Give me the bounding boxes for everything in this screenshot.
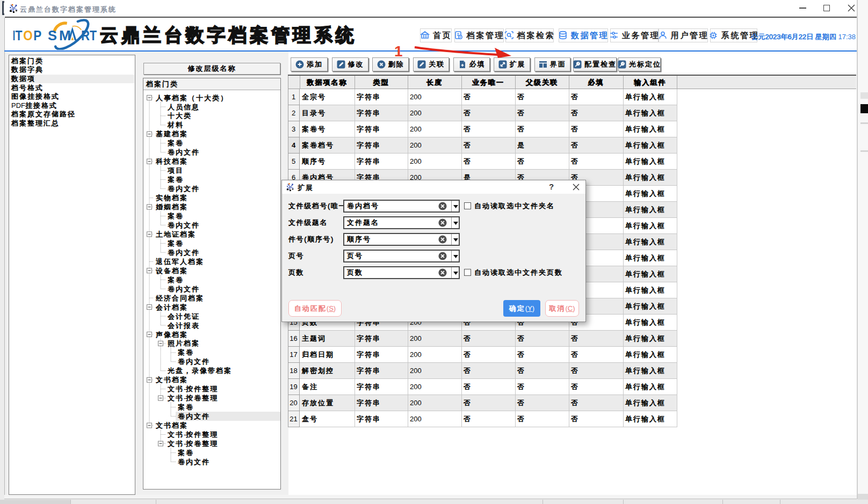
svg-text:S: S [48,28,57,43]
svg-text:M: M [59,28,71,43]
svg-text:T: T [15,28,22,43]
svg-text:1: 1 [394,43,403,60]
svg-text:R: R [81,28,90,43]
svg-text:O: O [23,28,33,43]
svg-text:P: P [33,28,41,43]
svg-text:T: T [90,28,97,43]
